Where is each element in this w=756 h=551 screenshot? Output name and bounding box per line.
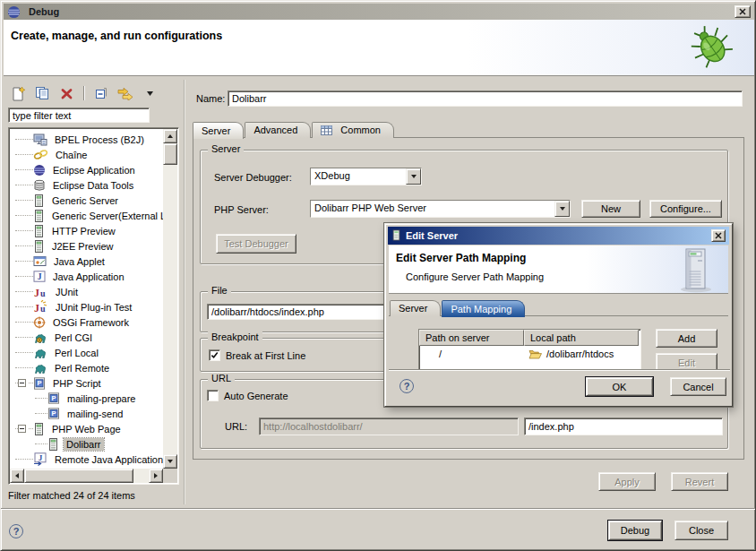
debug-configurations-window: Debug Create, manage, and run configurat… [0, 0, 756, 551]
server-icon [33, 225, 45, 237]
tree-item-eclipse-application[interactable]: Eclipse Application [10, 162, 163, 177]
tree-item-generic-server-external-la[interactable]: Generic Server(External La [10, 208, 163, 223]
tree-item-perl-cgi[interactable]: Perl CGI [10, 330, 163, 345]
collapse-expander-icon[interactable] [18, 425, 26, 433]
apply-button[interactable]: Apply [598, 472, 656, 491]
tree-horizontal-scrollbar[interactable] [10, 469, 163, 483]
tree-item-generic-server[interactable]: Generic Server [10, 193, 163, 208]
tree-item-remote-java-application[interactable]: JRemote Java Application [10, 452, 163, 467]
tree-item-perl-local[interactable]: Perl Local [10, 345, 163, 360]
php-server-select[interactable]: Dolibarr PHP Web Server [310, 200, 571, 218]
cell-path-on-server: / [419, 346, 524, 361]
bug-icon [686, 22, 736, 73]
close-icon[interactable] [711, 229, 726, 242]
dialog-tabs: ServerPath Mapping [390, 298, 526, 316]
add-button[interactable]: Add [656, 329, 717, 348]
auto-generate-checkbox[interactable] [207, 390, 219, 401]
dialog-tab-path-mapping[interactable]: Path Mapping [442, 300, 525, 317]
scroll-down-button[interactable] [163, 454, 177, 469]
tree-item-bpel-process-b2j[interactable]: BPEL Process (B2J) [10, 132, 163, 147]
scroll-left-button[interactable] [10, 469, 24, 483]
tree-connector [15, 367, 33, 368]
tab-server[interactable]: Server [193, 122, 244, 139]
close-icon[interactable] [735, 5, 751, 18]
url-path-input[interactable] [524, 418, 723, 435]
new-button[interactable]: New [581, 200, 640, 218]
revert-button[interactable]: Revert [671, 472, 728, 491]
panel-divider[interactable] [184, 80, 185, 504]
tree-connector [15, 322, 33, 323]
debug-button[interactable]: Debug [608, 521, 662, 540]
svg-text:J: J [34, 302, 39, 314]
tree-item-cha-ne[interactable]: Chaîne [10, 147, 163, 162]
collapse-all-icon[interactable] [93, 85, 109, 101]
tree-item-mailing-prepare[interactable]: Pmailing-prepare [10, 391, 163, 406]
test-debugger-button[interactable]: Test Debugger [216, 234, 296, 254]
help-icon[interactable]: ? [399, 379, 414, 393]
chevron-down-icon[interactable] [554, 201, 570, 217]
tree-connector [15, 154, 33, 155]
java-app-icon: J [33, 271, 46, 282]
dialog-tab-server[interactable]: Server [390, 300, 441, 316]
tab-common[interactable]: Common [312, 122, 394, 138]
delete-icon[interactable] [58, 85, 74, 101]
tree-item-eclipse-data-tools[interactable]: Eclipse Data Tools [10, 177, 163, 193]
tab-label: Server [399, 303, 427, 314]
tree-item-java-application[interactable]: JJava Application [10, 269, 163, 284]
tree-item-php-script[interactable]: PPHP Script [10, 375, 163, 391]
tree-item-http-preview[interactable]: HTTP Preview [10, 223, 163, 238]
help-icon[interactable]: ? [9, 524, 23, 538]
tree-connector [15, 261, 33, 262]
tree-item-label: J2EE Preview [49, 240, 116, 253]
ok-button[interactable]: OK [586, 377, 653, 396]
title-bar[interactable]: Debug [4, 4, 754, 20]
dialog-title-bar[interactable]: Edit Server [388, 227, 729, 245]
path-mapping-table[interactable]: Path on serverLocal path//dolibarr/htdoc… [418, 329, 641, 370]
tree-connector [35, 443, 47, 444]
edit-server-dialog: Edit Server Edit Server Path Mapping Con… [384, 223, 733, 407]
scroll-right-button[interactable] [149, 469, 163, 483]
tree-item-java-applet[interactable]: Java Applet [10, 254, 163, 269]
cancel-button[interactable]: Cancel [670, 377, 726, 396]
vertical-scroll-thumb[interactable] [163, 143, 177, 165]
table-row[interactable]: //dolibarr/htdocs [419, 346, 640, 361]
tree-item-dolibarr[interactable]: Dolibarr [10, 436, 163, 452]
chevron-down-icon[interactable] [406, 168, 421, 185]
svg-text:u: u [40, 304, 46, 314]
tab-label: Server [202, 125, 230, 136]
url-input[interactable] [259, 418, 519, 435]
tree-item-perl-remote[interactable]: Perl Remote [10, 360, 163, 375]
tree-item-j2ee-preview[interactable]: J2EE Preview [10, 238, 163, 254]
tree-item-junit-plug-in-test[interactable]: JuJUnit Plug-in Test [10, 299, 163, 314]
tree-item-php-web-page[interactable]: PHP Web Page [10, 421, 163, 436]
auto-generate-row[interactable]: Auto Generate [207, 390, 288, 401]
tree-connector [15, 291, 33, 292]
tree-item-osgi-framework[interactable]: OSGi Framework [10, 314, 163, 330]
php-server-label: PHP Server: [214, 204, 269, 215]
menu-caret-icon[interactable] [142, 85, 158, 101]
column-header-local-path[interactable]: Local path [524, 330, 639, 346]
break-first-line-checkbox[interactable] [209, 349, 220, 361]
collapse-expander-icon[interactable] [18, 379, 26, 387]
filter-input[interactable] [8, 108, 150, 123]
tree-item-label: Dolibarr [64, 438, 104, 451]
tree-vertical-scrollbar[interactable] [163, 129, 177, 469]
filter-status: Filter matched 24 of 24 items [8, 490, 135, 501]
tab-advanced[interactable]: Advanced [245, 122, 311, 138]
tree-connector [15, 185, 33, 185]
configure-button[interactable]: Configure... [649, 200, 722, 218]
horizontal-scroll-thumb[interactable] [24, 469, 133, 483]
scroll-up-button[interactable] [163, 129, 177, 143]
duplicate-icon[interactable] [34, 85, 50, 101]
tree-item-junit[interactable]: JuJUnit [10, 284, 163, 299]
close-button[interactable]: Close [674, 521, 728, 540]
perl-cgi-icon [33, 331, 47, 343]
new-config-icon[interactable] [10, 85, 26, 101]
filter-icon[interactable] [117, 85, 133, 101]
tree-item-mailing-send[interactable]: Pmailing-send [10, 406, 163, 421]
server-debugger-select[interactable]: XDebug [310, 168, 422, 185]
window-title: Debug [29, 6, 59, 17]
column-header-path-on-server[interactable]: Path on server [419, 330, 524, 346]
break-first-line-row[interactable]: Break at First Line [209, 349, 305, 361]
name-input[interactable] [228, 90, 743, 107]
